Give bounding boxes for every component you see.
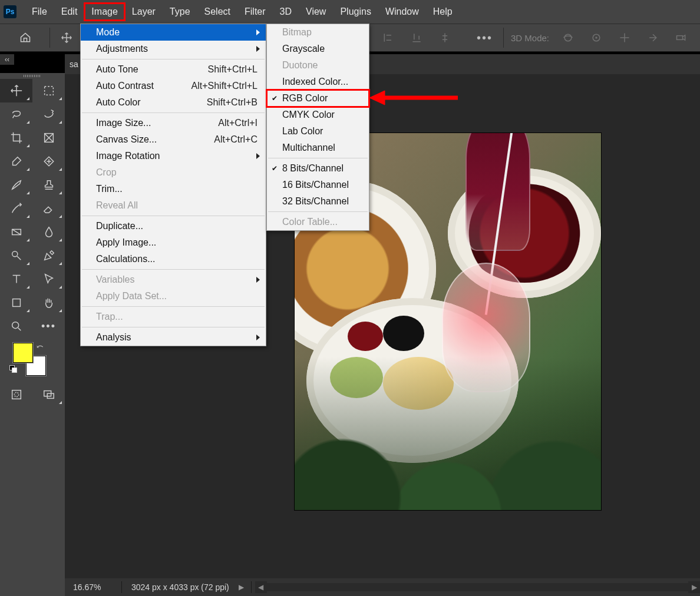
brush-tool[interactable] [0,173,32,197]
shape-tool[interactable] [0,291,32,314]
crop-tool[interactable] [0,126,32,150]
color-swatches[interactable]: ⤺ [0,340,65,383]
image-menu-item[interactable]: Image Size...Alt+Ctrl+I [81,115,266,131]
menu-plugins[interactable]: Plugins [333,3,378,21]
image-menu-item[interactable]: Mode [81,24,266,41]
image-menu-item[interactable]: Analysis [81,329,266,346]
align-center-icon[interactable] [437,29,453,46]
align-bottom-icon[interactable] [408,29,425,46]
image-menu-item: Apply Data Set... [81,288,266,304]
edit-toolbar-button[interactable]: ••• [32,314,65,338]
panel-grip[interactable] [0,73,65,79]
menu-help[interactable]: Help [426,3,460,21]
mode-menu-item[interactable]: Lab Color [267,123,369,140]
menu-image[interactable]: Image [84,3,124,21]
image-menu-item[interactable]: Trim... [81,181,266,197]
annotation-arrow [369,87,458,108]
foreground-color-swatch[interactable] [13,343,33,363]
menu-item-label: Duotone [282,60,318,71]
default-colors-icon[interactable] [9,365,18,373]
stamp-tool[interactable] [32,173,65,197]
menu-item-label: CMYK Color [282,110,335,120]
menu-filter[interactable]: Filter [237,3,273,21]
history-brush-tool[interactable] [0,197,32,220]
gradient-tool[interactable] [0,220,32,244]
swap-colors-icon[interactable]: ⤺ [37,342,44,351]
marquee-tool[interactable] [32,79,65,102]
screen-mode-tool[interactable] [32,383,65,406]
mode-menu-item[interactable]: RGB Color [267,90,369,107]
menu-item-label: Canvas Size... [96,134,157,145]
quick-mask-tool[interactable] [0,383,32,406]
3d-pan-icon[interactable] [616,29,633,46]
menu-item-label: Image Size... [96,118,151,128]
lasso-tool[interactable] [0,102,32,126]
menu-item-label: Adjustments [96,44,148,54]
image-menu-item[interactable]: Adjustments [81,41,266,57]
image-menu-item[interactable]: Canvas Size...Alt+Ctrl+C [81,131,266,148]
menu-edit[interactable]: Edit [54,3,85,21]
path-select-tool[interactable] [32,267,65,291]
app-logo: Ps [4,5,16,18]
mode-menu-item[interactable]: Multichannel [267,140,369,156]
align-left-icon[interactable] [380,29,397,46]
home-button[interactable] [14,28,37,48]
image-menu-item[interactable]: Auto ColorShift+Ctrl+B [81,94,266,111]
move-icon [61,32,72,44]
mode-menu-item[interactable]: 32 Bits/Channel [267,193,369,210]
image-menu-item[interactable]: Apply Image... [81,234,266,251]
options-separator [503,28,504,48]
3d-roll-icon[interactable] [588,29,605,46]
3d-camera-icon[interactable] [673,29,689,46]
eyedropper-tool[interactable] [0,150,32,173]
menu-type[interactable]: Type [163,3,197,21]
menu-3d[interactable]: 3D [273,3,299,21]
more-options-button[interactable]: ••• [477,31,493,45]
menu-item-label: Reveal All [96,200,138,211]
menu-item-label: Calculations... [96,254,156,264]
svg-rect-9 [12,299,20,307]
svg-point-12 [14,392,18,396]
move-tool[interactable] [0,79,32,102]
menu-window[interactable]: Window [378,3,426,21]
svg-rect-11 [12,390,21,399]
healing-tool[interactable] [32,150,65,173]
image-menu-item[interactable]: Auto ToneShift+Ctrl+L [81,61,266,78]
move-tool-preset[interactable] [58,29,75,46]
frame-tool[interactable] [32,126,65,150]
mode-menu-item[interactable]: Indexed Color... [267,74,369,90]
zoom-tool[interactable] [0,314,32,338]
image-menu-item: Variables [81,271,266,288]
menu-layer[interactable]: Layer [125,3,163,21]
3d-slide-icon[interactable] [645,29,661,46]
mode-menu-item[interactable]: Grayscale [267,41,369,57]
collapse-panels-button[interactable]: ‹‹ [0,54,14,65]
mode-menu-item[interactable]: 8 Bits/Channel [267,160,369,177]
3d-mode-label: 3D Mode: [511,33,549,43]
image-menu-item[interactable]: Image Rotation [81,148,266,164]
status-flyout-icon[interactable]: ▶ [235,583,247,591]
blur-tool[interactable] [32,220,65,244]
zoom-level[interactable]: 16.67% [65,582,118,592]
pen-tool[interactable] [32,244,65,267]
menu-item-shortcut: Shift+Ctrl+L [190,64,257,75]
type-tool[interactable] [0,267,32,291]
menu-select[interactable]: Select [197,3,237,21]
mode-menu-item[interactable]: CMYK Color [267,107,369,123]
menu-view[interactable]: View [299,3,333,21]
hand-tool[interactable] [32,291,65,314]
quick-select-tool[interactable] [32,102,65,126]
svg-point-0 [564,34,572,41]
3d-orbit-icon[interactable] [560,29,576,46]
document-dimensions[interactable]: 3024 px x 4033 px (72 ppi) [126,582,235,592]
eraser-tool[interactable] [32,197,65,220]
image-menu-item[interactable]: Duplicate... [81,218,266,234]
image-menu-item[interactable]: Auto ContrastAlt+Shift+Ctrl+L [81,78,266,94]
dodge-tool[interactable] [0,244,32,267]
document-tab[interactable]: sa [70,59,78,69]
image-menu-item[interactable]: Calculations... [81,251,266,267]
mode-menu-item[interactable]: 16 Bits/Channel [267,177,369,193]
menu-item-label: Auto Color [96,97,141,108]
menu-file[interactable]: File [25,3,54,21]
horizontal-scrollbar[interactable]: ◀▶ [255,581,700,593]
